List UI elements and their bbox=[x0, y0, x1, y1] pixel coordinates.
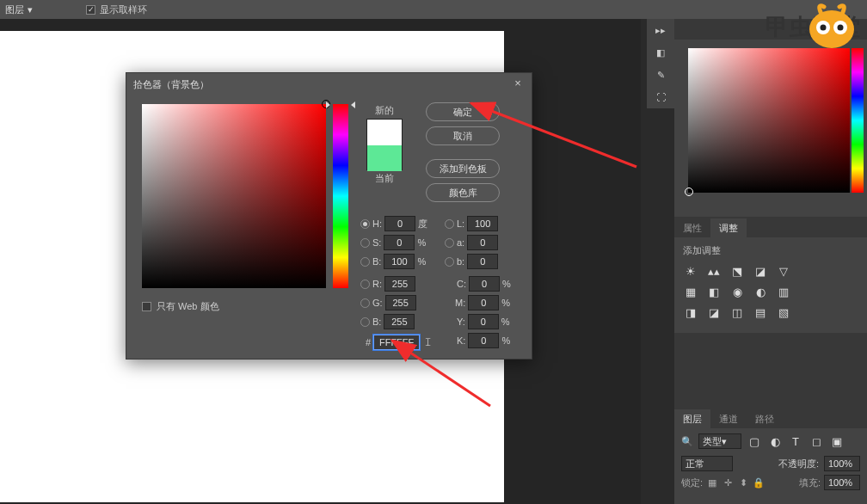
brush-icon[interactable]: ✎ bbox=[647, 64, 674, 86]
vibrance-icon[interactable]: ▽ bbox=[776, 264, 791, 278]
mini-color-cursor bbox=[685, 187, 693, 196]
show-sample-ring-label: 显示取样环 bbox=[100, 3, 147, 16]
lock-position-icon[interactable]: ✛ bbox=[722, 476, 734, 489]
layers-panel: 图层 通道 路径 🔍 类型 ▾ ▢ ◐ T ◻ ▣ 正常 不透明度: 100% … bbox=[674, 409, 867, 504]
web-only-checkbox[interactable] bbox=[142, 302, 151, 311]
opacity-input[interactable]: 100% bbox=[824, 456, 860, 471]
threshold-icon[interactable]: ◫ bbox=[729, 305, 745, 319]
hue-icon[interactable]: ▦ bbox=[683, 285, 698, 298]
tab-layers[interactable]: 图层 bbox=[674, 409, 710, 428]
g-radio[interactable] bbox=[360, 298, 370, 308]
mini-hue-slider[interactable] bbox=[852, 48, 864, 193]
l-radio[interactable] bbox=[445, 219, 454, 229]
filter-image-icon[interactable]: ▢ bbox=[747, 434, 762, 448]
c-input[interactable] bbox=[469, 276, 500, 292]
bw-icon[interactable]: ◧ bbox=[706, 285, 722, 298]
m-input[interactable] bbox=[468, 295, 499, 310]
web-only-label: 只有 Web 颜色 bbox=[157, 300, 219, 313]
layer-dropdown[interactable]: 图层 ▾ bbox=[5, 3, 33, 16]
tab-paths[interactable]: 路径 bbox=[747, 409, 783, 428]
filter-smart-icon[interactable]: ▣ bbox=[829, 434, 845, 448]
svg-point-7 bbox=[821, 25, 827, 31]
a-radio[interactable] bbox=[445, 238, 454, 248]
channel-mixer-icon[interactable]: ◐ bbox=[753, 285, 768, 298]
lock-all-icon[interactable]: 🔒 bbox=[753, 476, 765, 489]
levels-icon[interactable]: ▴▴ bbox=[706, 264, 722, 278]
color-field[interactable] bbox=[142, 104, 326, 288]
filter-adjust-icon[interactable]: ◐ bbox=[767, 434, 783, 448]
mini-color-field[interactable] bbox=[688, 48, 850, 193]
color-panel bbox=[674, 40, 867, 217]
g-input[interactable] bbox=[385, 295, 416, 310]
close-icon[interactable]: × bbox=[511, 77, 525, 90]
b2-input[interactable] bbox=[467, 254, 498, 269]
add-swatch-button[interactable]: 添加到色板 bbox=[426, 159, 500, 178]
new-label: 新的 bbox=[359, 104, 410, 117]
hex-input[interactable] bbox=[373, 335, 420, 350]
color-preview bbox=[366, 119, 403, 170]
exposure-icon[interactable]: ◪ bbox=[753, 264, 768, 278]
gradient-map-icon[interactable]: ▤ bbox=[753, 305, 768, 319]
text-cursor-icon: 𝙸 bbox=[424, 335, 429, 349]
hex-label: # bbox=[366, 337, 371, 347]
bb-input[interactable] bbox=[384, 314, 415, 329]
b2-radio[interactable] bbox=[445, 257, 454, 267]
h-radio[interactable] bbox=[360, 219, 370, 229]
preview-new-color bbox=[367, 120, 402, 145]
chevron-down-icon: ▾ bbox=[28, 4, 33, 15]
filter-shape-icon[interactable]: ◻ bbox=[809, 434, 824, 448]
s-input[interactable] bbox=[384, 235, 415, 250]
svg-point-8 bbox=[838, 25, 844, 31]
a-input[interactable] bbox=[467, 235, 498, 250]
lock-pixels-icon[interactable]: ▦ bbox=[706, 476, 718, 489]
fill-input[interactable]: 100% bbox=[824, 475, 860, 490]
r-input[interactable] bbox=[384, 276, 415, 292]
hue-thumb[interactable] bbox=[329, 101, 352, 107]
invert-icon[interactable]: ◨ bbox=[683, 305, 698, 319]
k-input[interactable] bbox=[468, 333, 499, 348]
color-library-button[interactable]: 颜色库 bbox=[426, 183, 500, 202]
tool-column: ▸▸ ◧ ✎ ⛶ bbox=[647, 19, 674, 108]
svg-point-4 bbox=[809, 10, 854, 48]
posterize-icon[interactable]: ◪ bbox=[706, 305, 722, 319]
l-input[interactable] bbox=[467, 216, 498, 231]
selective-color-icon[interactable]: ▧ bbox=[776, 305, 791, 319]
adjust-title: 添加调整 bbox=[683, 244, 858, 257]
s-radio[interactable] bbox=[360, 238, 370, 248]
dialog-titlebar[interactable]: 拾色器（背景色） × bbox=[126, 73, 532, 95]
adjustments-panel: 属性 调整 添加调整 ☀ ▴▴ ⬔ ◪ ▽ ▦ ◧ ◉ ◐ ▥ ◨ ◪ ◫ bbox=[674, 218, 867, 333]
tool-icon[interactable]: ▸▸ bbox=[647, 19, 674, 41]
clone-icon[interactable]: ⛶ bbox=[647, 86, 674, 108]
dialog-title: 拾色器（背景色） bbox=[133, 78, 209, 91]
brightness-icon[interactable]: ☀ bbox=[683, 264, 698, 278]
lock-artboard-icon[interactable]: ⬍ bbox=[737, 476, 749, 489]
fill-label: 填充: bbox=[799, 476, 821, 489]
h-input[interactable] bbox=[384, 216, 415, 231]
lock-label: 锁定: bbox=[681, 476, 703, 489]
lut-icon[interactable]: ▥ bbox=[776, 285, 791, 298]
color-picker-dialog: 拾色器（背景色） × 新的 当前 确定 取消 添加到色板 颜色库 H:度 S:%… bbox=[126, 72, 532, 360]
watermark-logo bbox=[803, 0, 860, 52]
photo-filter-icon[interactable]: ◉ bbox=[729, 285, 745, 298]
search-icon[interactable]: 🔍 bbox=[681, 436, 693, 447]
blend-mode[interactable]: 正常 bbox=[681, 456, 733, 471]
b-radio[interactable] bbox=[360, 257, 370, 267]
show-sample-ring-checkbox[interactable] bbox=[86, 5, 95, 15]
bb-radio[interactable] bbox=[360, 317, 370, 327]
cancel-button[interactable]: 取消 bbox=[426, 126, 500, 145]
tab-properties[interactable]: 属性 bbox=[674, 218, 710, 237]
type-filter[interactable]: 类型 ▾ bbox=[698, 433, 741, 449]
r-radio[interactable] bbox=[360, 280, 370, 289]
tab-channels[interactable]: 通道 bbox=[710, 409, 747, 428]
hue-slider[interactable] bbox=[333, 104, 348, 288]
current-label: 当前 bbox=[359, 172, 410, 185]
bv-input[interactable] bbox=[384, 254, 415, 269]
history-icon[interactable]: ◧ bbox=[647, 41, 674, 64]
ok-button[interactable]: 确定 bbox=[426, 102, 500, 121]
preview-current-color[interactable] bbox=[367, 145, 402, 171]
tab-adjustments[interactable]: 调整 bbox=[710, 218, 747, 237]
filter-type-icon[interactable]: T bbox=[788, 434, 803, 448]
right-panels: ▸▸ ◧ ✎ ⛶ 属性 调整 添加调整 ☀ ▴▴ ⬔ ◪ ▽ ▦ ◧ bbox=[674, 19, 867, 504]
y-input[interactable] bbox=[468, 314, 499, 329]
curves-icon[interactable]: ⬔ bbox=[729, 264, 745, 278]
